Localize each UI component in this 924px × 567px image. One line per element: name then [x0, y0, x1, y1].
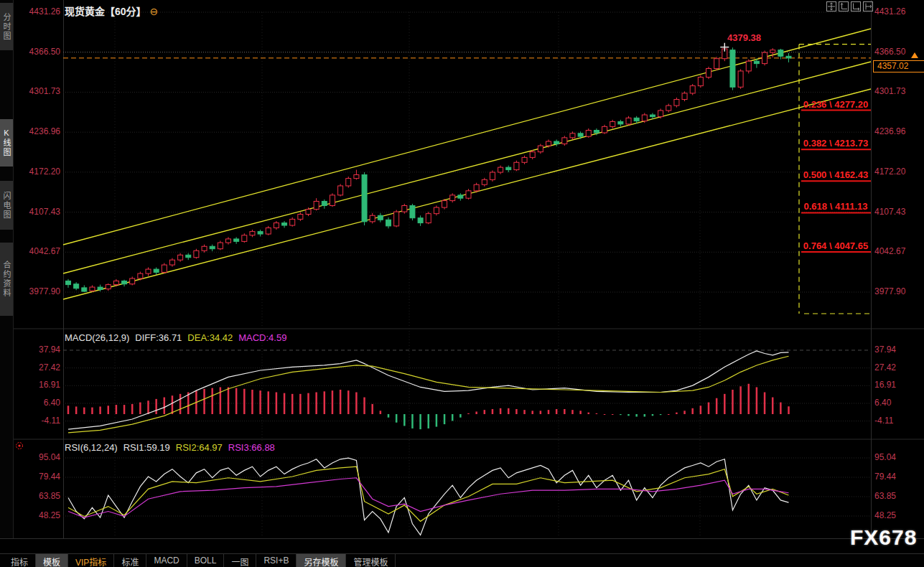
- price-axis-label-right: 4042.67: [874, 247, 905, 256]
- macd-dea-value: DEA:34.42: [187, 332, 233, 343]
- price-axis-label-left: 4107.43: [17, 207, 60, 217]
- sidebar-tab-分时图[interactable]: 分时图: [0, 3, 13, 50]
- rsi-axis-label-left: 63.85: [17, 492, 60, 501]
- toolbar-item-标准[interactable]: 标准: [114, 554, 146, 567]
- price-axis-label-right: 4301.73: [874, 87, 905, 96]
- sidebar-tab-合约资料[interactable]: 合约资料: [0, 243, 13, 316]
- fx678-watermark: FX678: [850, 525, 917, 550]
- bottom-toolbar: 指标模板VIP指标标准MACDBOLL一图RSI+B另存模板管理模板: [0, 553, 924, 567]
- rsi1-value: RSI1:59.19: [123, 442, 170, 453]
- symbol-title: 现货黄金【60分】: [65, 6, 146, 17]
- toolbar-item-MACD[interactable]: MACD: [146, 554, 187, 567]
- price-axis-label-right: 4431.26: [874, 7, 905, 17]
- high-price-label: 4379.38: [727, 32, 761, 43]
- rsi-header: RSI(6,12,24)RSI1:59.19RSI2:64.97RSI3:66.…: [65, 442, 281, 453]
- toolbar-item-VIP指标[interactable]: VIP指标: [68, 554, 114, 567]
- toolbar-item-BOLL[interactable]: BOLL: [187, 554, 225, 567]
- axis-scale-horizontal-icon[interactable]: [851, 1, 861, 11]
- price-axis-label-right: 4172.20: [874, 167, 905, 177]
- toolbar-item-管理模板[interactable]: 管理模板: [346, 554, 396, 567]
- fib-level-label: 0.382 \ 4213.73: [800, 138, 872, 149]
- price-up-arrow-icon: [911, 52, 918, 58]
- chart-toolbar-icons: [826, 1, 873, 11]
- price-axis-label-left: 4366.50: [17, 47, 60, 57]
- crosshair-move-icon[interactable]: [826, 1, 836, 11]
- price-axis-label-left: 4236.96: [17, 127, 60, 136]
- macd-macd-value: MACD:4.59: [238, 332, 286, 343]
- toolbar-item-指标[interactable]: 指标: [4, 554, 36, 567]
- price-axis-label-right: 3977.90: [874, 287, 905, 296]
- price-axis-label-left: 4431.26: [17, 7, 60, 17]
- price-axis-label-right: 4366.50: [874, 47, 905, 57]
- chart-app: 分时图K线图闪电图合约资料 现货黄金【60分】⊖ 4431.264431.264…: [0, 0, 924, 567]
- macd-axis-label-right: -4.11: [874, 416, 893, 426]
- rsi-axis-label-left: 95.04: [17, 453, 60, 462]
- price-axis-label-left: 3977.90: [17, 287, 60, 296]
- price-axis-label-right: 4107.43: [874, 207, 905, 217]
- macd-axis-label-right: 6.40: [874, 398, 891, 408]
- sidebar-tab-K线图[interactable]: K线图: [0, 119, 13, 167]
- rsi-axis-label-left: 48.25: [17, 511, 60, 520]
- macd-axis-label-right: 16.91: [874, 380, 896, 390]
- sidebar: 分时图K线图闪电图合约资料: [0, 0, 14, 538]
- macd-axis-label-left: 27.42: [17, 363, 60, 372]
- macd-axis-label-right: 37.94: [874, 345, 896, 355]
- price-axis-label-left: 4042.67: [17, 247, 60, 256]
- rsi-axis-label-right: 95.04: [874, 453, 896, 462]
- toolbar-item-模板[interactable]: 模板: [36, 554, 68, 567]
- toolbar-item-另存模板[interactable]: 另存模板: [297, 554, 346, 567]
- axis-scale-vertical-icon[interactable]: [839, 1, 849, 11]
- collapse-icon[interactable]: ⊖: [150, 6, 159, 17]
- current-price-tag: 4357.02: [873, 60, 924, 72]
- fib-level-label: 0.236 \ 4277.20: [800, 99, 872, 110]
- toolbar-item-RSI+B[interactable]: RSI+B: [256, 554, 297, 567]
- alarm-icon[interactable]: [14, 441, 24, 451]
- rsi-axis-label-right: 79.44: [874, 472, 896, 482]
- fib-level-label: 0.618 \ 4111.13: [800, 201, 872, 212]
- price-axis-label-left: 4172.20: [17, 167, 60, 177]
- macd-header: MACD(26,12,9)DIFF:36.71DEA:34.42MACD:4.5…: [65, 332, 292, 343]
- price-axis-label-right: 4236.96: [874, 127, 905, 136]
- chart-title: 现货黄金【60分】⊖: [65, 4, 158, 18]
- chart-canvas[interactable]: [0, 0, 924, 567]
- pan-right-icon[interactable]: [863, 1, 873, 11]
- macd-axis-label-left: 37.94: [17, 345, 60, 355]
- macd-axis-label-left: -4.11: [17, 416, 60, 426]
- macd-diff-value: DIFF:36.71: [135, 332, 182, 343]
- macd-name: MACD(26,12,9): [65, 332, 129, 343]
- rsi-axis-label-left: 79.44: [17, 472, 60, 482]
- rsi-axis-label-right: 48.25: [874, 511, 896, 520]
- macd-axis-label-left: 16.91: [17, 380, 60, 390]
- rsi-axis-label-right: 63.85: [874, 492, 896, 501]
- sidebar-tab-闪电图[interactable]: 闪电图: [0, 181, 13, 230]
- rsi-name: RSI(6,12,24): [65, 442, 118, 453]
- macd-axis-label-left: 6.40: [17, 398, 60, 408]
- rsi3-value: RSI3:66.88: [228, 442, 275, 453]
- fib-level-label: 0.500 \ 4162.43: [800, 169, 872, 180]
- macd-axis-label-right: 27.42: [874, 363, 896, 372]
- price-axis-label-left: 4301.73: [17, 87, 60, 96]
- toolbar-item-一图[interactable]: 一图: [224, 554, 256, 567]
- fib-level-label: 0.764 \ 4047.65: [800, 240, 872, 251]
- time-axis: 60分 10/1110/1410/1510/1610/17: [0, 538, 924, 554]
- rsi2-value: RSI2:64.97: [176, 442, 223, 453]
